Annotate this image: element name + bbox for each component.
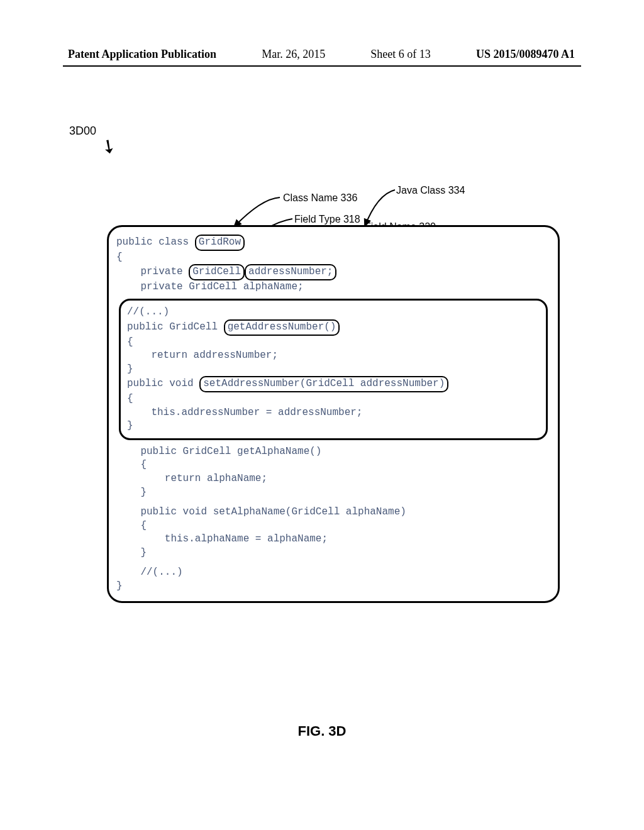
spre: public void xyxy=(127,378,199,389)
header-rule xyxy=(63,65,581,67)
get-alpha: public GridCell getAlphaName() { return … xyxy=(116,445,550,499)
bc3: } xyxy=(127,420,133,431)
figure-label: FIG. 3D xyxy=(0,723,644,739)
sheet-label: Sheet 6 of 13 xyxy=(370,48,430,61)
field-declarations: private GridCelladdressNumber; private G… xyxy=(116,264,550,294)
comment1: //(...) xyxy=(127,306,540,319)
class-name-text: GridRow xyxy=(195,235,245,251)
diagram: Class Name 336 Java Class 334 Field Type… xyxy=(107,225,560,603)
set-alpha: public void setAlphaName(GridCell alphaN… xyxy=(116,506,550,560)
methods-box: //(...) public GridCell getAddressNumber… xyxy=(119,299,548,440)
f2: private GridCell alphaName; xyxy=(116,281,304,292)
field-type-text: GridCell xyxy=(189,264,245,280)
class-name-callout: Class Name 336 xyxy=(283,192,357,204)
publication-label: Patent Application Publication xyxy=(68,48,216,61)
field-name-text: addressNumber; xyxy=(245,264,336,280)
getter-name: getAddressNumber() xyxy=(224,319,340,336)
java-class-callout: Java Class 334 xyxy=(396,185,465,196)
setter-method: public void setAddressNumber(GridCell ad… xyxy=(127,376,540,433)
pubno-label: US 2015/0089470 A1 xyxy=(476,48,575,61)
close-brace: } xyxy=(116,580,550,594)
b2: { xyxy=(127,336,133,348)
bc2: } xyxy=(127,363,133,375)
comment2: //(...) xyxy=(116,566,550,580)
arrow-icon: ➘ xyxy=(97,135,121,159)
getter-method: public GridCell getAddressNumber() { ret… xyxy=(127,319,540,376)
field-type-callout: Field Type 318 xyxy=(294,214,360,225)
class-declaration: public class GridRow { xyxy=(116,235,550,264)
b3: { xyxy=(127,393,133,404)
date-label: Mar. 26, 2015 xyxy=(262,48,325,61)
setter-name: setAddressNumber(GridCell addressNumber) xyxy=(199,376,448,392)
java-class-box: public class GridRow { private GridCella… xyxy=(107,225,560,603)
f1pre: private xyxy=(116,266,189,277)
page-header: Patent Application Publication Mar. 26, … xyxy=(0,48,644,61)
reference-number: 3D00 xyxy=(69,124,96,138)
gpre: public GridCell xyxy=(127,321,224,333)
sbody: this.addressNumber = addressNumber; xyxy=(127,407,362,418)
brace: { xyxy=(116,252,123,263)
gret: return addressNumber; xyxy=(127,350,278,361)
decl-pre: public class xyxy=(116,236,195,248)
